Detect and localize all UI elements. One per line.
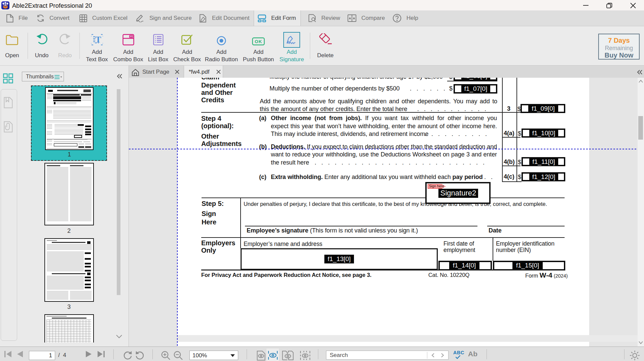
svg-text:T: T xyxy=(95,35,101,44)
svg-text:OK: OK xyxy=(255,39,262,44)
